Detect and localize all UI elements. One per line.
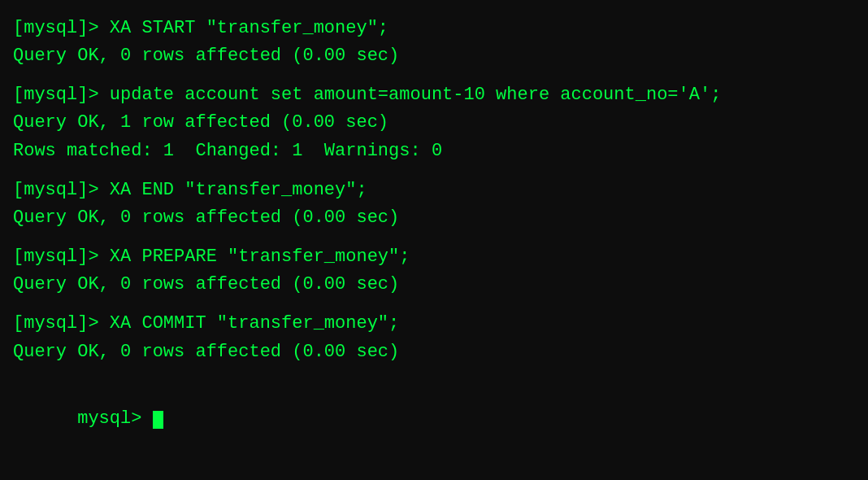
result-line-5: Query OK, 0 rows affected (0.00 sec) [13, 338, 855, 366]
command-line-1: [mysql]> XA START "transfer_money"; [13, 15, 855, 42]
cursor-blink [153, 411, 163, 429]
prompt-block[interactable]: mysql> [13, 377, 855, 460]
result-line-4: Query OK, 0 rows affected (0.00 sec) [13, 271, 855, 299]
command-block-1: [mysql]> XA START "transfer_money"; Quer… [13, 15, 855, 70]
command-block-3: [mysql]> XA END "transfer_money"; Query … [13, 177, 855, 232]
command-block-4: [mysql]> XA PREPARE "transfer_money"; Qu… [13, 243, 855, 299]
command-line-4: [mysql]> XA PREPARE "transfer_money"; [13, 243, 855, 271]
terminal-window: [mysql]> XA START "transfer_money"; Quer… [0, 0, 868, 480]
result-line-1: Query OK, 0 rows affected (0.00 sec) [13, 42, 855, 70]
command-block-2: [mysql]> update account set amount=amoun… [13, 81, 855, 164]
active-prompt: mysql> [13, 377, 855, 460]
result-line-2a: Query OK, 1 row affected (0.00 sec) [13, 109, 855, 137]
command-block-5: [mysql]> XA COMMIT "transfer_money"; Que… [13, 310, 855, 365]
command-line-2: [mysql]> update account set amount=amoun… [13, 81, 855, 109]
command-line-3: [mysql]> XA END "transfer_money"; [13, 177, 855, 204]
command-line-5: [mysql]> XA COMMIT "transfer_money"; [13, 310, 855, 338]
prompt-text: mysql> [77, 408, 152, 429]
result-line-2b: Rows matched: 1 Changed: 1 Warnings: 0 [13, 137, 855, 165]
result-line-3: Query OK, 0 rows affected (0.00 sec) [13, 204, 855, 232]
